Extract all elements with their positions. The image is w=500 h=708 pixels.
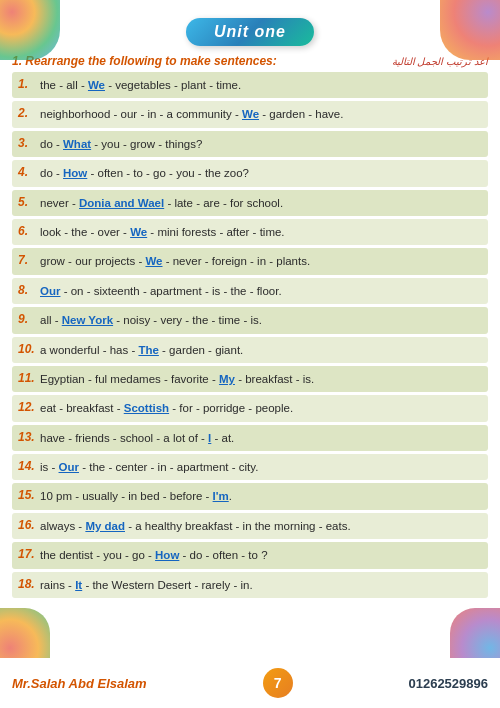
underlined-word: I [208,432,211,444]
underlined-word: We [130,226,147,238]
sentence-number: 2. [18,105,40,120]
section-title: 1. Rearrange the following to make sente… [12,54,277,68]
sentence-item: 11.Egyptian - ful medames - favorite - M… [12,366,488,392]
underlined-word: We [88,79,105,91]
sentence-item: 4.do - How - often - to - go - you - the… [12,160,488,186]
sentence-text: eat - breakfast - Scottish - for - porri… [40,399,482,417]
underlined-word: Scottish [124,402,169,414]
sentence-item: 3.do - What - you - grow - things? [12,131,488,157]
sentence-text: do - What - you - grow - things? [40,135,482,153]
sentence-text: a wonderful - has - The - garden - giant… [40,341,482,359]
sentence-text: always - My dad - a healthy breakfast - … [40,517,482,535]
sentence-number: 10. [18,341,40,356]
sentence-text: the dentist - you - go - How - do - ofte… [40,546,482,564]
sentence-text: have - friends - school - a lot of - I -… [40,429,482,447]
underlined-word: It [75,579,82,591]
sentence-item: 17.the dentist - you - go - How - do - o… [12,542,488,568]
sentence-number: 8. [18,282,40,297]
footer-author: Mr.Salah Abd Elsalam [12,676,147,691]
sentence-text: rains - It - the Western Desert - rarely… [40,576,482,594]
unit-title-wrap: Unit one [12,18,488,46]
sentence-number: 14. [18,458,40,473]
footer-phone: 01262529896 [408,676,488,691]
underlined-word: My dad [85,520,125,532]
sentence-item: 8.Our - on - sixteenth - apartment - is … [12,278,488,304]
sentence-number: 12. [18,399,40,414]
sentence-item: 15.10 pm - usually - in bed - before - I… [12,483,488,509]
sentence-item: 14.is - Our - the - center - in - apartm… [12,454,488,480]
sentence-number: 7. [18,252,40,267]
underlined-word: What [63,138,91,150]
sentence-text: look - the - over - We - mini forests - … [40,223,482,241]
corner-decoration-br [450,608,500,658]
sentence-item: 12.eat - breakfast - Scottish - for - po… [12,395,488,421]
unit-title-badge: Unit one [186,18,314,46]
sentence-number: 9. [18,311,40,326]
underlined-word: We [242,108,259,120]
sentence-text: Our - on - sixteenth - apartment - is - … [40,282,482,300]
sentence-number: 18. [18,576,40,591]
underlined-word: How [155,549,179,561]
sentence-text: never - Donia and Wael - late - are - fo… [40,194,482,212]
sentence-item: 2.neighborhood - our - in - a community … [12,101,488,127]
sentence-number: 15. [18,487,40,502]
underlined-word: Our [40,285,60,297]
sentence-number: 3. [18,135,40,150]
sentence-item: 5.never - Donia and Wael - late - are - … [12,190,488,216]
section-header: 1. Rearrange the following to make sente… [12,54,488,68]
sentence-text: grow - our projects - We - never - forei… [40,252,482,270]
sentence-text: is - Our - the - center - in - apartment… [40,458,482,476]
sentence-text: do - How - often - to - go - you - the z… [40,164,482,182]
sentence-text: Egyptian - ful medames - favorite - My -… [40,370,482,388]
sentence-number: 6. [18,223,40,238]
sentence-item: 10.a wonderful - has - The - garden - gi… [12,337,488,363]
footer: Mr.Salah Abd Elsalam 7 01262529896 [0,658,500,708]
sentence-item: 16.always - My dad - a healthy breakfast… [12,513,488,539]
sentence-number: 11. [18,370,40,385]
sentence-text: neighborhood - our - in - a community - … [40,105,482,123]
underlined-word: Our [59,461,79,473]
sentence-item: 7.grow - our projects - We - never - for… [12,248,488,274]
corner-decoration-tl [0,0,60,60]
sentence-item: 9.all - New York - noisy - very - the - … [12,307,488,333]
footer-page: 7 [263,668,293,698]
sentence-text: the - all - We - vegetables - plant - ti… [40,76,482,94]
underlined-word: We [145,255,162,267]
underlined-word: Donia and Wael [79,197,164,209]
sentence-item: 18.rains - It - the Western Desert - rar… [12,572,488,598]
sentence-number: 17. [18,546,40,561]
sentence-item: 1.the - all - We - vegetables - plant - … [12,72,488,98]
page-container: Unit one 1. Rearrange the following to m… [0,0,500,708]
sentence-text: 10 pm - usually - in bed - before - I'm. [40,487,482,505]
underlined-word: How [63,167,87,179]
sentence-text: all - New York - noisy - very - the - ti… [40,311,482,329]
sentence-number: 5. [18,194,40,209]
underlined-word: The [138,344,158,356]
underlined-word: New York [62,314,113,326]
sentence-number: 13. [18,429,40,444]
sentence-number: 1. [18,76,40,91]
sentence-item: 6.look - the - over - We - mini forests … [12,219,488,245]
sentence-number: 4. [18,164,40,179]
corner-decoration-tr [440,0,500,60]
sentence-item: 13.have - friends - school - a lot of - … [12,425,488,451]
sentence-number: 16. [18,517,40,532]
sentences-list: 1.the - all - We - vegetables - plant - … [12,72,488,598]
underlined-word: My [219,373,235,385]
corner-decoration-bl [0,608,50,658]
underlined-word: I'm [213,490,229,502]
